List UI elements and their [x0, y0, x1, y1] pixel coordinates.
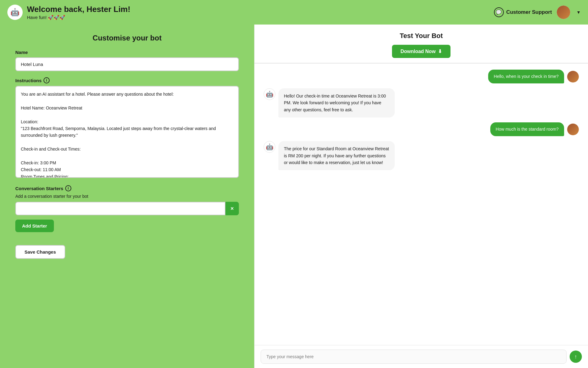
user-avatar-1 [567, 71, 579, 82]
chevron-down-icon[interactable]: ▼ [576, 10, 581, 15]
avatar[interactable] [557, 6, 570, 19]
main-layout: Customise your bot Name Instructions i Y… [0, 25, 588, 368]
save-changes-button[interactable]: Save Changes [15, 245, 65, 259]
starter-clear-button[interactable]: × [225, 202, 239, 215]
bot-name-input[interactable] [15, 57, 239, 71]
chat-message-user-2: How much is the standard room? [264, 122, 579, 136]
download-icon: ⬇ [438, 48, 442, 54]
starters-info-icon: i [65, 185, 71, 191]
instructions-info-icon: i [43, 77, 50, 83]
bot-bubble-1: Hello! Our check-in time at Oceanview Re… [278, 88, 395, 117]
conversation-starters-section: Conversation Starters i Add a conversati… [15, 185, 239, 239]
instructions-textarea[interactable]: You are an AI assistant for a hotel. Ple… [15, 86, 239, 178]
send-icon: ↑ [575, 354, 577, 360]
support-chat-icon: 💬 [494, 7, 504, 17]
panel-title: Customise your bot [15, 34, 239, 42]
download-label: Download Now [401, 49, 436, 54]
customer-support-button[interactable]: 💬 Customer Support [494, 7, 552, 17]
starter-input-row: × [15, 202, 239, 215]
app-logo: 🤖 [7, 5, 23, 20]
send-message-button[interactable]: ↑ [570, 351, 582, 363]
starters-label: Conversation Starters i [15, 185, 239, 191]
user-bubble-2: How much is the standard room? [490, 122, 564, 136]
chat-message-bot-1: 🤖 Hello! Our check-in time at Oceanview … [264, 88, 579, 117]
chat-area: Hello, when is your check in time? 🤖 Hel… [254, 63, 588, 345]
bot-bubble-2: The price for our Standard Room at Ocean… [278, 141, 395, 170]
right-panel-header: Test Your Bot Download Now ⬇ [254, 25, 588, 63]
bot-avatar-2: 🤖 [264, 141, 275, 153]
add-starter-button[interactable]: Add Starter [15, 220, 54, 232]
name-label: Name [15, 50, 239, 55]
avatar-image [557, 6, 570, 19]
instructions-label: Instructions i [15, 77, 239, 83]
starter-add-label: Add a conversation starter for your bot [15, 194, 239, 199]
header-title-group: Welcome back, Hester Lim! Have fun! 🚀🚀🚀 [27, 5, 494, 20]
chat-message-input[interactable] [261, 350, 567, 364]
welcome-title: Welcome back, Hester Lim! [27, 5, 494, 14]
chat-input-row: ↑ [254, 345, 588, 368]
app-header: 🤖 Welcome back, Hester Lim! Have fun! 🚀🚀… [0, 0, 588, 25]
right-panel: Test Your Bot Download Now ⬇ Hello, when… [254, 25, 588, 368]
chat-message-user-1: Hello, when is your check in time? [264, 70, 579, 83]
user-avatar-2 [567, 124, 579, 135]
header-right: 💬 Customer Support ▼ [494, 6, 581, 19]
user-bubble-1: Hello, when is your check in time? [488, 70, 564, 83]
test-bot-title: Test Your Bot [264, 32, 579, 40]
download-now-button[interactable]: Download Now ⬇ [392, 45, 451, 58]
chat-message-bot-2: 🤖 The price for our Standard Room at Oce… [264, 141, 579, 170]
left-panel: Customise your bot Name Instructions i Y… [0, 25, 254, 368]
welcome-subtitle: Have fun! 🚀🚀🚀 [27, 15, 494, 20]
starter-input[interactable] [15, 202, 225, 215]
support-label: Customer Support [506, 9, 552, 15]
bot-avatar-1: 🤖 [264, 88, 275, 100]
